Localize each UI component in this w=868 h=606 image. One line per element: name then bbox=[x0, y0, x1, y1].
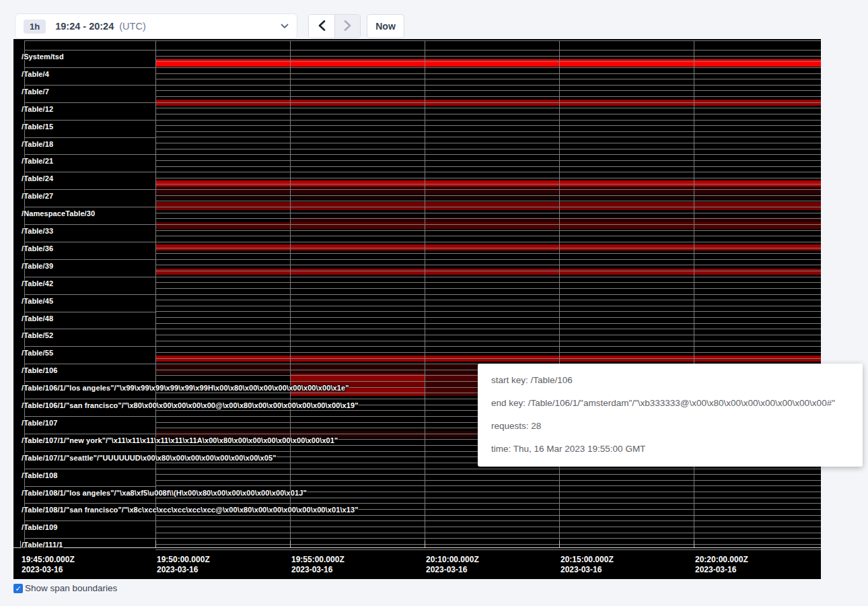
time-gridline bbox=[694, 40, 694, 547]
x-axis-tick-mark bbox=[559, 541, 560, 547]
row-label: /Table/108/1/"los angeles"/"\xa8\xf5\u00… bbox=[22, 489, 307, 497]
row-label: /Table/109 bbox=[22, 523, 57, 531]
x-axis-tick-label: 20:15:00.000Z2023-03-16 bbox=[560, 555, 614, 575]
x-axis-tick-mark bbox=[290, 541, 291, 547]
row-label: /Table/108/1/"san francisco"/"\x8c\xcc\x… bbox=[22, 506, 359, 514]
x-axis-tick-mark bbox=[155, 541, 156, 547]
time-gridline bbox=[290, 40, 291, 547]
row-label: /System/tsd bbox=[22, 53, 64, 61]
row-label: /Table/107/1/"new york"/"\x11\x11\x11\x1… bbox=[22, 436, 338, 444]
row-label: /Table/107/1/"seattle"/"UUUUUUD\x00\x80\… bbox=[22, 454, 276, 462]
footer: ✓ Show span boundaries bbox=[13, 583, 117, 593]
row-label: /Table/24 bbox=[22, 174, 53, 182]
row-label: /Table/33 bbox=[22, 227, 53, 235]
row-label: /Table/15 bbox=[22, 123, 53, 131]
row-label: /Table/108 bbox=[22, 471, 57, 479]
row-label: /Table/107 bbox=[22, 419, 57, 427]
top-span-boundary bbox=[24, 40, 821, 41]
prev-range-button[interactable] bbox=[309, 15, 334, 38]
row-label: /Table/18 bbox=[22, 140, 53, 148]
x-axis-line bbox=[13, 547, 821, 548]
row-label: /Table/111/1 bbox=[22, 541, 63, 549]
row-label: /Table/52 bbox=[22, 331, 53, 339]
time-range-label: 19:24 - 20:24 (UTC) bbox=[55, 21, 146, 32]
row-label: /Table/45 bbox=[22, 297, 53, 305]
row-label: /Table/12 bbox=[22, 105, 53, 113]
x-axis-tick-mark bbox=[694, 541, 694, 547]
x-axis-tick-label: 20:20:00.000Z2023-03-16 bbox=[695, 555, 748, 575]
show-span-boundaries-label: Show span boundaries bbox=[25, 583, 117, 593]
tooltip-start-key: start key: /Table/106 bbox=[491, 374, 863, 387]
row-label: /Table/39 bbox=[22, 262, 53, 270]
time-gridline bbox=[425, 40, 425, 547]
chevron-left-icon bbox=[318, 20, 326, 33]
now-button[interactable]: Now bbox=[367, 14, 404, 38]
x-axis-tick-label: 20:10:00.000Z2023-03-16 bbox=[426, 555, 479, 575]
tooltip-time: time: Thu, 16 Mar 2023 19:55:00 GMT bbox=[491, 442, 863, 456]
row-label: /Table/106/1/"san francisco"/"\x80\x00\x… bbox=[22, 401, 359, 409]
duration-badge: 1h bbox=[24, 20, 46, 34]
row-label: /Table/21 bbox=[22, 157, 53, 165]
row-label: /Table/4 bbox=[22, 70, 49, 78]
time-range-dropdown[interactable]: 1h 19:24 - 20:24 (UTC) bbox=[15, 13, 297, 39]
x-axis-tick-label: 19:50:00.000Z2023-03-16 bbox=[157, 555, 210, 575]
time-gridline bbox=[559, 40, 560, 547]
x-axis-tick-mark bbox=[425, 541, 425, 547]
key-visualizer-canvas[interactable]: start key: /Table/106 end key: /Table/10… bbox=[13, 39, 821, 579]
row-label: /Table/27 bbox=[22, 192, 53, 200]
row-label: /Table/106/1/"los angeles"/"\x99\x99\x99… bbox=[22, 384, 349, 392]
row-label: /Table/55 bbox=[22, 349, 53, 357]
time-gridline bbox=[155, 40, 156, 547]
chevron-down-icon bbox=[281, 24, 289, 29]
x-axis-tick-label: 19:55:00.000Z2023-03-16 bbox=[291, 555, 345, 575]
x-axis-tick-mark bbox=[20, 541, 21, 547]
toolbar: 1h 19:24 - 20:24 (UTC) Now bbox=[0, 0, 868, 39]
time-range-value: 19:24 - 20:24 bbox=[55, 21, 114, 32]
span-boundary-lines-data-area bbox=[155, 50, 821, 550]
next-range-button[interactable] bbox=[334, 15, 360, 38]
time-nav-group bbox=[308, 14, 361, 38]
chevron-right-icon bbox=[344, 20, 351, 33]
hover-tooltip: start key: /Table/106 end key: /Table/10… bbox=[478, 364, 863, 467]
row-label: /Table/48 bbox=[22, 314, 53, 323]
row-label: /Table/42 bbox=[22, 279, 53, 288]
x-axis-tick-label: 19:45:00.000Z2023-03-16 bbox=[22, 555, 75, 575]
row-label: /Table/36 bbox=[22, 244, 53, 252]
row-label: /NamespaceTable/30 bbox=[22, 209, 95, 217]
tooltip-end-key: end key: /Table/106/1/"amsterdam"/"\xb33… bbox=[491, 397, 863, 410]
row-label: /Table/106 bbox=[22, 366, 57, 374]
timezone-label: (UTC) bbox=[119, 21, 145, 32]
row-label: /Table/7 bbox=[22, 88, 49, 96]
tooltip-requests: requests: 28 bbox=[491, 419, 863, 433]
show-span-boundaries-checkbox[interactable]: ✓ bbox=[13, 584, 23, 593]
